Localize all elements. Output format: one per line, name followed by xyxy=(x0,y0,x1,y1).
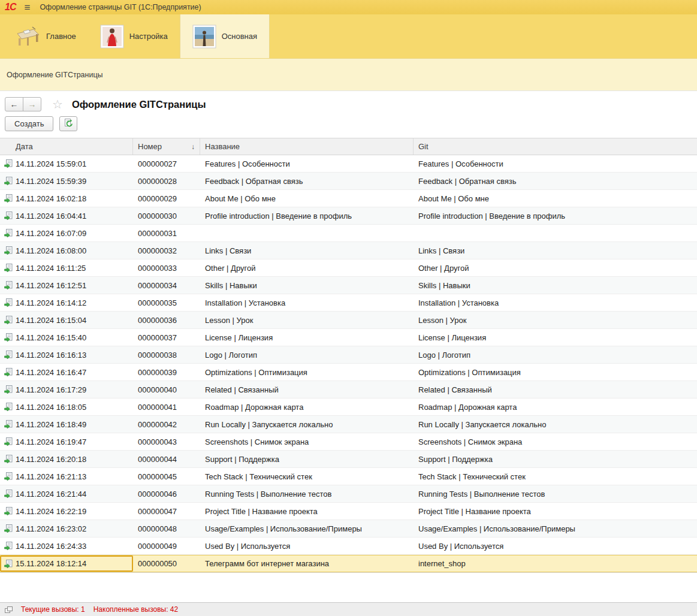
table-row[interactable]: 14.11.2024 16:04:41000000030Profile intr… xyxy=(0,207,697,225)
cell-name[interactable]: Tech Stack | Технический стек xyxy=(200,472,414,481)
cell-number[interactable]: 000000039 xyxy=(133,368,200,377)
cell-date[interactable]: 14.11.2024 16:12:51 xyxy=(0,281,133,290)
table-row[interactable]: 14.11.2024 16:23:02000000048Usage/Exampl… xyxy=(0,520,697,538)
cell-date[interactable]: 14.11.2024 16:22:19 xyxy=(0,507,133,516)
cell-git[interactable]: Installation | Установка xyxy=(414,298,697,307)
tab-nastroyka[interactable]: Настройка xyxy=(88,14,180,58)
table-row[interactable]: 14.11.2024 16:11:25000000033Other | Друг… xyxy=(0,259,697,277)
cell-number[interactable]: 000000035 xyxy=(133,298,200,307)
cell-name[interactable]: About Me | Обо мне xyxy=(200,194,414,203)
table-row[interactable]: 14.11.2024 16:18:05000000041Roadmap | До… xyxy=(0,398,697,416)
cell-date[interactable]: 14.11.2024 16:15:40 xyxy=(0,333,133,342)
cell-git[interactable]: Related | Связанный xyxy=(414,385,697,394)
cell-date[interactable]: 14.11.2024 16:16:13 xyxy=(0,351,133,360)
cell-git[interactable]: Tech Stack | Технический стек xyxy=(414,472,697,481)
cell-git[interactable]: Optimizations | Оптимизация xyxy=(414,368,697,377)
cell-date[interactable]: 14.11.2024 16:23:02 xyxy=(0,524,133,533)
cell-git[interactable]: Usage/Examples | Использование/Примеры xyxy=(414,524,697,533)
table-row[interactable]: 14.11.2024 16:18:49000000042Run Locally … xyxy=(0,416,697,433)
cell-git[interactable]: Features | Особенности xyxy=(414,159,697,168)
create-button[interactable]: Создать xyxy=(5,116,53,131)
back-button[interactable]: ← xyxy=(5,97,23,111)
cell-number[interactable]: 000000033 xyxy=(133,264,200,273)
column-header-git[interactable]: Git xyxy=(414,138,697,155)
cell-number[interactable]: 000000045 xyxy=(133,472,200,481)
cell-git[interactable]: Feedback | Обратная связь xyxy=(414,177,697,186)
cell-date[interactable]: 14.11.2024 16:21:44 xyxy=(0,490,133,499)
table-row[interactable]: 14.11.2024 16:02:18000000029About Me | О… xyxy=(0,190,697,207)
cell-name[interactable]: Feedback | Обратная связь xyxy=(200,177,414,186)
cell-date[interactable]: 14.11.2024 16:18:05 xyxy=(0,403,133,412)
tab-glavnoe[interactable]: Главное xyxy=(2,14,88,58)
table-row[interactable]: 14.11.2024 16:07:09000000031 xyxy=(0,225,697,242)
cell-date[interactable]: 14.11.2024 16:17:29 xyxy=(0,385,133,394)
cell-name[interactable]: Logo | Логотип xyxy=(200,351,414,360)
cell-date[interactable]: 14.11.2024 16:04:41 xyxy=(0,212,133,221)
favorites-star-icon[interactable]: ☆ xyxy=(52,98,63,110)
cell-name[interactable]: Roadmap | Дорожная карта xyxy=(200,403,414,412)
cell-name[interactable]: Skills | Навыки xyxy=(200,281,414,290)
table-row[interactable]: 14.11.2024 16:19:47000000043Screenshots … xyxy=(0,433,697,451)
cell-number[interactable]: 000000029 xyxy=(133,194,200,203)
table-row[interactable]: 14.11.2024 16:21:13000000045Tech Stack |… xyxy=(0,468,697,485)
cell-git[interactable]: Project Title | Название проекта xyxy=(414,507,697,516)
table-row[interactable]: 14.11.2024 15:59:01000000027Features | О… xyxy=(0,155,697,173)
cell-name[interactable]: Installation | Установка xyxy=(200,298,414,307)
cell-name[interactable]: Links | Связи xyxy=(200,246,414,255)
column-header-name[interactable]: Название xyxy=(200,138,414,155)
cell-number[interactable]: 000000038 xyxy=(133,351,200,360)
cell-date[interactable]: 14.11.2024 16:21:13 xyxy=(0,472,133,481)
cell-date[interactable]: 14.11.2024 16:02:18 xyxy=(0,194,133,203)
table-row[interactable]: 14.11.2024 15:59:39000000028Feedback | О… xyxy=(0,173,697,190)
cell-date[interactable]: 14.11.2024 15:59:01 xyxy=(0,159,133,168)
cell-number[interactable]: 000000043 xyxy=(133,437,200,446)
cell-date[interactable]: 14.11.2024 16:07:09 xyxy=(0,229,133,238)
cell-git[interactable]: Screenshots | Снимок экрана xyxy=(414,437,697,446)
cell-git[interactable]: Profile introduction | Введение в профил… xyxy=(414,212,697,221)
cell-number[interactable]: 000000030 xyxy=(133,212,200,221)
table-row[interactable]: 14.11.2024 16:08:00000000032Links | Связ… xyxy=(0,242,697,259)
cell-name[interactable]: Optimizations | Оптимизация xyxy=(200,368,414,377)
cell-number[interactable]: 000000046 xyxy=(133,490,200,499)
cell-git[interactable]: Running Tests | Выполнение тестов xyxy=(414,490,697,499)
cell-date[interactable]: 14.11.2024 15:59:39 xyxy=(0,177,133,186)
table-row[interactable]: 14.11.2024 16:22:19000000047Project Titl… xyxy=(0,503,697,520)
cell-name[interactable]: Support | Поддержка xyxy=(200,455,414,464)
column-header-number[interactable]: Номер ↓ xyxy=(133,138,200,155)
cell-number[interactable]: 000000044 xyxy=(133,455,200,464)
cell-git[interactable]: Skills | Навыки xyxy=(414,281,697,290)
breadcrumb[interactable]: Оформление GITСтраницы xyxy=(7,71,103,79)
cell-number[interactable]: 000000037 xyxy=(133,333,200,342)
cell-number[interactable]: 000000032 xyxy=(133,246,200,255)
cell-number[interactable]: 000000048 xyxy=(133,524,200,533)
cell-date[interactable]: 14.11.2024 16:11:25 xyxy=(0,264,133,273)
cell-number[interactable]: 000000034 xyxy=(133,281,200,290)
cell-date[interactable]: 14.11.2024 16:15:04 xyxy=(0,316,133,325)
cell-git[interactable]: Links | Связи xyxy=(414,246,697,255)
cell-name[interactable]: Used By | Используется xyxy=(200,542,414,551)
forward-button[interactable]: → xyxy=(23,97,41,111)
cell-git[interactable]: internet_shop xyxy=(414,559,697,568)
cell-git[interactable]: About Me | Обо мне xyxy=(414,194,697,203)
table-row[interactable]: 14.11.2024 16:14:12000000035Installation… xyxy=(0,294,697,312)
cell-name[interactable]: Run Locally | Запускается локально xyxy=(200,420,414,429)
table-row[interactable]: 14.11.2024 16:24:33000000049Used By | Ис… xyxy=(0,538,697,555)
cell-date[interactable]: 14.11.2024 16:14:12 xyxy=(0,298,133,307)
cell-date[interactable]: 14.11.2024 16:16:47 xyxy=(0,368,133,377)
cell-name[interactable]: Телеграмм бот интернет магазина xyxy=(200,559,414,568)
cell-date[interactable]: 15.11.2024 18:12:14 xyxy=(0,555,133,572)
table-row[interactable]: 14.11.2024 16:12:51000000034Skills | Нав… xyxy=(0,277,697,294)
cell-date[interactable]: 14.11.2024 16:18:49 xyxy=(0,420,133,429)
cell-name[interactable]: License | Лицензия xyxy=(200,333,414,342)
cell-date[interactable]: 14.11.2024 16:08:00 xyxy=(0,246,133,255)
cell-name[interactable]: Related | Связанный xyxy=(200,385,414,394)
cell-git[interactable]: Lesson | Урок xyxy=(414,316,697,325)
cell-git[interactable]: Roadmap | Дорожная карта xyxy=(414,403,697,412)
cell-number[interactable]: 000000031 xyxy=(133,229,200,238)
table-row[interactable]: 14.11.2024 16:20:18000000044Support | По… xyxy=(0,451,697,468)
cell-number[interactable]: 000000047 xyxy=(133,507,200,516)
cell-git[interactable]: Used By | Используется xyxy=(414,542,697,551)
cell-number[interactable]: 000000042 xyxy=(133,420,200,429)
cell-number[interactable]: 000000049 xyxy=(133,542,200,551)
cell-number[interactable]: 000000027 xyxy=(133,159,200,168)
